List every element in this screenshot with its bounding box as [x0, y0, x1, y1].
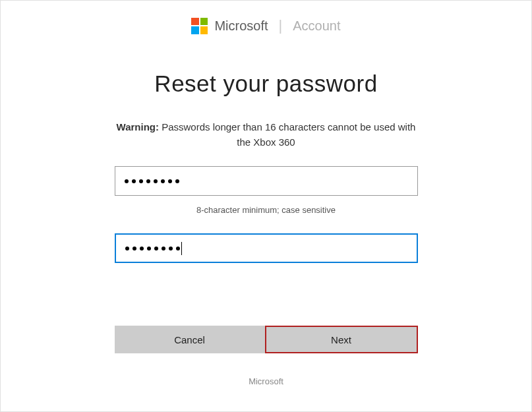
main-content: Reset your password Warning: Passwords l… [115, 34, 418, 386]
warning-message: Warning: Passwords longer than 16 charac… [115, 120, 418, 150]
text-cursor-icon [181, 242, 182, 255]
password-mask [125, 179, 179, 183]
footer-text: Microsoft [115, 376, 418, 386]
password-mask [125, 247, 180, 250]
password-hint: 8-character minimum; case sensitive [115, 205, 418, 215]
new-password-input[interactable] [115, 166, 418, 196]
warning-text: Passwords longer than 16 characters cann… [159, 121, 415, 148]
section-label: Account [293, 18, 340, 34]
button-row: Cancel Next [115, 326, 418, 353]
divider-icon: | [279, 17, 283, 34]
page-title: Reset your password [115, 71, 418, 97]
confirm-password-input[interactable] [115, 233, 418, 263]
warning-label: Warning: [117, 121, 159, 132]
next-button[interactable]: Next [265, 326, 418, 353]
cancel-button[interactable]: Cancel [115, 326, 265, 353]
header: Microsoft | Account [1, 1, 531, 34]
microsoft-logo-icon [191, 18, 208, 34]
brand-label: Microsoft [214, 18, 268, 34]
